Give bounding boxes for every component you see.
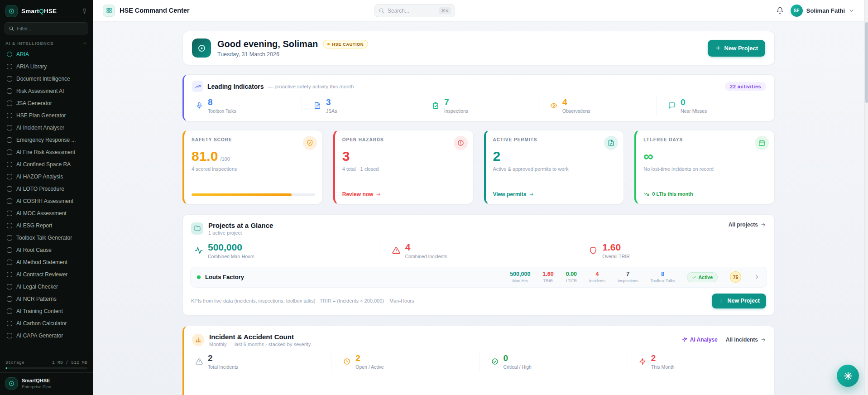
aria-library-icon <box>7 64 12 69</box>
stat-value: 2 <box>651 354 675 363</box>
all-projects-link[interactable]: All projects <box>729 222 766 228</box>
new-project-button[interactable]: New Project <box>712 294 766 308</box>
sidebar-item-ai-carbon-calculator[interactable]: AI Carbon Calculator <box>3 317 90 329</box>
stat-near-misses: 0Near Misses <box>656 96 774 115</box>
ai-analyse-link[interactable]: AI Analyse <box>681 337 718 343</box>
sidebar-item-ai-coshh-assessment[interactable]: AI COSHH Assessment <box>3 195 90 207</box>
contract-reviewer-icon <box>7 272 12 277</box>
stat-value: 3 <box>326 98 337 107</box>
sidebar-item-ai-training-content[interactable]: AI Training Content <box>3 305 90 317</box>
sidebar-item-hse-plan-generator[interactable]: HSE Plan Generator <box>3 109 90 121</box>
sidebar-item-emergency-response[interactable]: Emergency Response ... <box>3 134 90 146</box>
stat-label: Inspections <box>444 108 468 114</box>
search-input[interactable] <box>388 8 436 14</box>
sidebar-item-label: AI Root Cause <box>16 247 52 253</box>
stat-combined-man-hours: 500,000Combined Man-Hours <box>183 241 380 260</box>
stat-label: Combined Incidents <box>405 254 447 259</box>
sidebar-item-aria-library[interactable]: ARIA Library <box>3 60 90 72</box>
kpi-subtitle: No lost-time incidents on record <box>643 166 767 172</box>
all-incidents-link[interactable]: All incidents <box>726 337 766 343</box>
search-icon <box>379 8 384 14</box>
avatar: SF <box>791 5 803 17</box>
sidebar-section-header[interactable]: AI & INTELLIGENCE <box>0 38 93 47</box>
incident-count-card: Incident & Accident Count Monthly — last… <box>182 326 775 395</box>
stat-label: Overall TRIR <box>602 254 629 259</box>
kpi-subtitle: 4 total · 1 closed <box>342 166 466 172</box>
score-badge: 75 <box>730 271 741 283</box>
sidebar-item-ai-esg-report[interactable]: AI ESG Report <box>3 219 90 231</box>
kpi-title: SAFETY SCORE <box>192 137 315 142</box>
sidebar-item-ai-loto-procedure[interactable]: AI LOTO Procedure <box>3 183 90 195</box>
user-menu[interactable]: SF Soliman Fathi <box>791 5 854 17</box>
stat-label: JSAs <box>326 108 337 114</box>
sidebar-item-label: AI LOTO Procedure <box>16 186 64 192</box>
sidebar-section-label: AI & INTELLIGENCE <box>5 41 54 46</box>
project-row-louts-factory[interactable]: Louts Factory 500,000Man-Hrs 1.60TRIR 0.… <box>190 267 767 288</box>
sidebar-item-ai-moc-assessment[interactable]: AI MOC Assessment <box>3 207 90 219</box>
sidebar-item-ai-confined-space-ra[interactable]: AI Confined Space RA <box>3 158 90 170</box>
stat-value: 2 <box>208 354 238 363</box>
sidebar-item-jsa-generator[interactable]: JSA Generator <box>3 97 90 109</box>
sidebar-item-label: Emergency Response ... <box>16 137 76 143</box>
loto-icon <box>7 186 12 192</box>
ai-assistant-button[interactable] <box>837 365 859 387</box>
greeting-card: Good evening, Soliman HSE CAUTION Tuesda… <box>182 31 775 65</box>
stat-label: This Month <box>651 364 675 370</box>
sidebar-item-document-intelligence[interactable]: Document Intelligence <box>3 72 90 85</box>
sidebar-filter[interactable] <box>5 22 88 34</box>
sidebar-item-ai-hazop-analysis[interactable]: AI HAZOP Analysis <box>3 170 90 183</box>
sidebar-item-aria[interactable]: ARIA <box>3 48 90 60</box>
brand-accent: Q <box>39 8 44 14</box>
section-subtitle: — proactive safety activity this month <box>268 84 354 89</box>
scrollbar[interactable] <box>864 0 868 395</box>
sidebar-item-ai-root-cause[interactable]: AI Root Cause <box>3 244 90 256</box>
sidebar-item-label: AI Incident Analyser <box>16 125 64 131</box>
notifications-bell-icon[interactable] <box>776 7 784 14</box>
brand-logo-icon <box>5 5 18 17</box>
chevron-down-icon <box>849 8 854 14</box>
confined-space-icon <box>7 162 12 167</box>
link-label: AI Analyse <box>690 337 718 343</box>
stat-observations: 4Observations <box>538 96 656 115</box>
scrollbar-thumb[interactable] <box>865 22 868 103</box>
sidebar-item-label: JSA Generator <box>16 100 52 106</box>
pin-sidebar-icon[interactable] <box>82 8 87 14</box>
check-circle-icon <box>491 358 499 365</box>
shield-check-icon <box>303 136 317 150</box>
sidebar-item-ai-ncr-patterns[interactable]: AI NCR Patterns <box>3 293 90 305</box>
plus-icon <box>715 45 721 51</box>
metric-toolbox-talks: 8Toolbox Talks <box>651 271 675 283</box>
metric-incidents: 4Incidents <box>589 271 605 283</box>
bar-chart-icon <box>192 334 204 346</box>
global-search[interactable]: ⌘K <box>374 4 455 17</box>
sidebar-item-ai-fire-risk-assessment[interactable]: AI Fire Risk Assessment <box>3 146 90 158</box>
sidebar-item-ai-incident-analyser[interactable]: AI Incident Analyser <box>3 121 90 134</box>
stat-jsas: 3JSAs <box>302 96 420 115</box>
sidebar-item-ai-capa-generator[interactable]: AI CAPA Generator <box>3 329 90 342</box>
trending-down-icon <box>643 191 649 197</box>
storage-meter: Storage 1 MB / 512 MB <box>0 356 93 372</box>
stat-total-incidents: 2Total Incidents <box>184 352 331 371</box>
sidebar-item-toolbox-talk-generator[interactable]: Toolbox Talk Generator <box>3 231 90 244</box>
sidebar-item-risk-assessment-ai[interactable]: Risk Assessment AI <box>3 85 90 97</box>
new-project-button[interactable]: New Project <box>708 40 765 57</box>
sidebar-filter-input[interactable] <box>17 26 84 31</box>
sidebar-item-ai-legal-checker[interactable]: AI Legal Checker <box>3 280 90 293</box>
search-icon <box>9 26 14 31</box>
greeting-date: Tuesday, 31 March 2026 <box>217 51 368 58</box>
alert-circle-icon <box>454 136 468 150</box>
view-permits-link[interactable]: View permits <box>493 191 535 198</box>
kpi-title: ACTIVE PERMITS <box>493 137 617 142</box>
footer-brand-name: SmartQHSE <box>22 378 51 383</box>
chevron-down-icon <box>82 41 87 46</box>
sidebar-footer: SmartQHSE Enterprise Plan <box>0 372 93 395</box>
moc-icon <box>7 211 12 216</box>
link-label: Review now <box>342 191 374 198</box>
sidebar-item-label: AI NCR Patterns <box>16 296 57 302</box>
button-label: New Project <box>724 45 758 52</box>
review-hazards-link[interactable]: Review now <box>342 191 382 198</box>
stat-value: 0 <box>504 354 532 363</box>
sidebar-item-ai-contract-reviewer[interactable]: AI Contract Reviewer <box>3 268 90 280</box>
safety-score-card: SAFETY SCORE 81.0/100 4 scored inspectio… <box>182 130 323 204</box>
sidebar-item-ai-method-statement[interactable]: AI Method Statement <box>3 256 90 268</box>
